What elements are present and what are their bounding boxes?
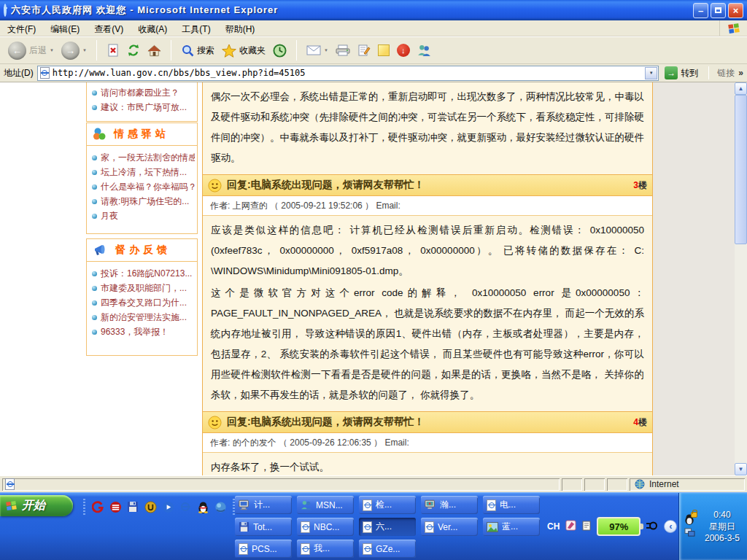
sidebar-box-feedback: 督办反馈 投诉：16路皖N07213... 市建委及职能部门，... 四季春交叉… <box>86 238 198 356</box>
list-item[interactable]: 投诉：16路皖N07213... <box>92 266 195 281</box>
close-button[interactable]: × <box>728 3 743 18</box>
post-text: 这个是微软官方对这个error code的解释， 0x10000050 erro… <box>211 283 644 405</box>
bullet-icon <box>92 286 97 291</box>
ie-page-icon <box>40 67 50 79</box>
stop-button[interactable] <box>104 42 122 58</box>
globe-app-icon[interactable] <box>214 500 227 513</box>
history-icon <box>273 44 287 58</box>
favorites-button[interactable]: 收藏夹 <box>220 42 268 59</box>
list-item[interactable]: 四季春交叉路口为什... <box>92 295 195 310</box>
menu-view[interactable]: 查看(V) <box>87 20 131 36</box>
note-icon <box>378 44 390 56</box>
tray-collapse-button[interactable]: ‹ <box>664 520 677 533</box>
list-item[interactable]: 请教:明珠广场住宅的... <box>92 194 195 209</box>
refresh-button[interactable] <box>125 42 142 58</box>
forward-dropdown-icon[interactable]: ▼ <box>82 48 87 52</box>
back-button[interactable]: ← 后退 ▼ <box>6 40 56 61</box>
taskbar-button-luan-active[interactable]: 六... <box>359 518 416 536</box>
floppy-save-icon[interactable] <box>126 500 139 513</box>
menu-favorites[interactable]: 收藏(A) <box>131 20 174 36</box>
links-more-icon[interactable]: » <box>738 68 743 78</box>
notes-button[interactable] <box>376 43 392 58</box>
clock-panel[interactable]: 0:40 星期日 2006-3-5 <box>678 493 747 560</box>
taskbar-button-ie-3[interactable]: NBC... <box>297 518 354 536</box>
address-dropdown-button[interactable]: ▼ <box>645 67 657 79</box>
monitor-app-icon <box>425 499 436 510</box>
print-button[interactable] <box>333 43 352 58</box>
language-indicator[interactable]: CH <box>547 521 560 532</box>
go-button[interactable]: → 转到 <box>662 66 700 79</box>
edit-button[interactable] <box>355 42 373 58</box>
back-dropdown-icon[interactable]: ▼ <box>50 48 54 52</box>
mail-dropdown-icon[interactable]: ▼ <box>324 48 328 52</box>
list-item[interactable]: 请问市都豪园业主？ <box>92 85 195 100</box>
taskbar-button-image-viewer[interactable]: 蓝... <box>483 518 540 536</box>
print-icon <box>336 44 350 56</box>
status-bar: Internet <box>0 475 747 492</box>
section-title: 情感驿站 <box>114 128 169 141</box>
reply-title: 回复:电脑系统出现问题，烦请网友帮帮忙！ <box>227 179 628 192</box>
stop-icon <box>107 44 120 57</box>
taskbar-button-ie-4[interactable]: Ver... <box>421 518 478 536</box>
list-item[interactable]: 月夜 <box>92 209 195 223</box>
home-button[interactable] <box>145 43 163 58</box>
taskbar-button-ie-7[interactable]: GZe... <box>359 540 416 558</box>
system-tray: CH 97% ‹ <box>547 493 677 560</box>
qq-icon[interactable] <box>196 500 209 513</box>
list-item[interactable]: 什么是幸福？你幸福吗？ <box>92 179 195 194</box>
flashget-button[interactable]: ↓ <box>395 42 412 58</box>
address-url[interactable]: http://www.luan.gov.cn/bbs/bbs_view.php?… <box>53 68 643 78</box>
taskbar-button-ie-1[interactable]: 检... <box>359 496 416 514</box>
post-text: 内存条坏了，换一个试试。 <box>211 457 644 475</box>
start-button[interactable]: 开始 <box>0 495 73 516</box>
home-icon <box>147 44 161 57</box>
menu-help[interactable]: 帮助(H) <box>218 20 263 36</box>
mail-button[interactable]: ▼ <box>304 44 330 57</box>
taskbar-button-computer[interactable]: 计... <box>235 496 292 514</box>
list-item[interactable]: 96333，我举报！ <box>92 324 195 339</box>
red-badge-app-icon[interactable] <box>109 500 122 513</box>
qq-tray-icon[interactable] <box>684 513 696 526</box>
scroll-up-button[interactable]: ▲ <box>735 82 747 95</box>
taskbar-button-ie-2[interactable]: 电... <box>483 496 540 514</box>
tray-doc-icon[interactable] <box>582 521 591 533</box>
quicklaunch-handle[interactable] <box>83 499 85 515</box>
forward-button[interactable]: → ▼ <box>59 40 89 61</box>
page-gray-area <box>653 82 735 475</box>
address-input[interactable]: http://www.luan.gov.cn/bbs/bbs_view.php?… <box>37 66 659 81</box>
network-tray-icon[interactable] <box>684 528 696 540</box>
taskbar-button-ie-6[interactable]: 我... <box>297 540 354 558</box>
list-item[interactable]: 家，一段无法割舍的情感 <box>92 150 195 165</box>
search-button[interactable]: 搜索 <box>179 42 217 58</box>
input-method-icon[interactable] <box>565 520 576 533</box>
list-item[interactable]: 市建委及职能部门，... <box>92 281 195 295</box>
list-item[interactable]: 坛上冷清，坛下热情... <box>92 165 195 179</box>
battery-indicator[interactable]: 97% <box>597 517 640 536</box>
list-item[interactable]: 建议：市民广场可放... <box>92 100 195 114</box>
scrollbar-thumb[interactable] <box>735 95 747 244</box>
list-item[interactable]: 新的治安管理法实施... <box>92 310 195 324</box>
balls-cluster-icon <box>93 128 107 141</box>
taskbar-button-monitor-app[interactable]: 瀚... <box>421 496 478 514</box>
menu-file[interactable]: 文件(F) <box>0 20 43 36</box>
page-viewport: 请问市都豪园业主？ 建议：市民广场可放... 情感驿站 家，一段无法割舍的情感 … <box>0 82 747 475</box>
messenger-button[interactable] <box>415 43 433 58</box>
ie-quicklaunch-icon[interactable] <box>179 500 192 513</box>
taskbar-button-total-commander[interactable]: Tot... <box>235 518 292 536</box>
taskbar-button-msn[interactable]: MSN... <box>297 496 354 514</box>
vertical-scrollbar[interactable]: ▲ ▼ <box>735 82 747 475</box>
mail-icon <box>306 45 321 55</box>
minimize-button[interactable]: – <box>693 3 708 18</box>
links-label[interactable]: 链接 <box>717 67 735 79</box>
menu-tools[interactable]: 工具(T) <box>174 20 217 36</box>
media-player-icon[interactable] <box>161 500 174 513</box>
scroll-down-button[interactable]: ▼ <box>735 463 747 475</box>
ultraedit-icon[interactable] <box>144 500 157 513</box>
menu-edit[interactable]: 编辑(E) <box>43 20 87 36</box>
power-plug-icon[interactable] <box>646 521 658 533</box>
taskbar-button-ie-5[interactable]: PCS... <box>235 540 292 558</box>
red-g-app-icon[interactable] <box>91 500 104 513</box>
favorites-label: 收藏夹 <box>239 44 266 57</box>
history-button[interactable] <box>271 42 289 59</box>
restore-button[interactable] <box>711 3 726 18</box>
